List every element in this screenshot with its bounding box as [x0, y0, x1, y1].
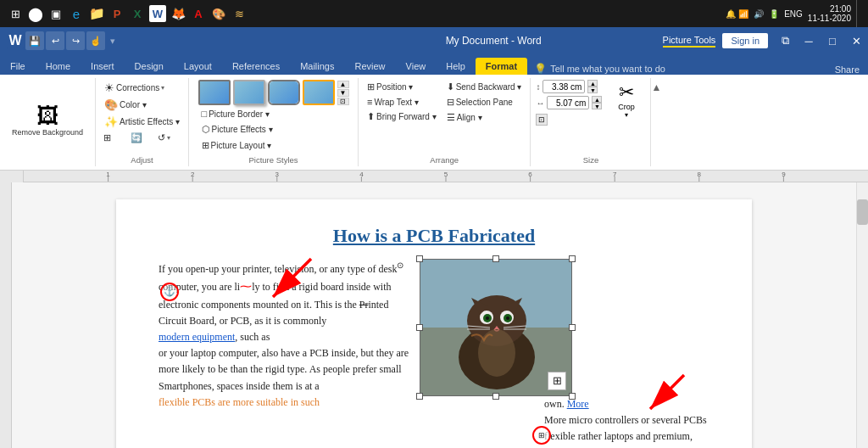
size-dialog-btn[interactable]: ⊡ [536, 114, 548, 126]
crop-label: Crop [618, 103, 635, 111]
handle-bl[interactable] [416, 393, 423, 400]
image-container[interactable]: ⊞ [420, 259, 572, 396]
touch-mode-btn[interactable]: ☝ [86, 31, 105, 50]
left-ruler [0, 182, 12, 448]
reset-picture-btn[interactable]: ↺ ▾ [155, 132, 181, 144]
handle-bm[interactable] [492, 393, 499, 400]
send-backward-btn[interactable]: ⬇ Send Backward ▾ [443, 80, 526, 94]
picture-layout-btn[interactable]: ⊞ Picture Layout ▾ [198, 138, 349, 153]
style-scroll-up[interactable]: ▲ [337, 81, 349, 88]
tab-insert[interactable]: Insert [81, 58, 125, 75]
explorer-icon[interactable]: 📁 [88, 5, 105, 22]
page-title: How is a PCB Fabricated [159, 225, 709, 247]
tab-review[interactable]: Review [345, 58, 396, 75]
tab-view[interactable]: View [396, 58, 437, 75]
handle-tl[interactable] [416, 255, 423, 262]
acrobat-icon[interactable]: A [190, 5, 207, 22]
style-thumb-4[interactable] [303, 80, 335, 105]
minimize-btn[interactable]: ─ [797, 27, 821, 54]
undo-quick-btn[interactable]: ↩ [46, 31, 64, 50]
height-input[interactable] [542, 80, 585, 93]
tab-file[interactable]: File [0, 58, 36, 75]
height-up-btn[interactable]: ▲ [587, 80, 598, 87]
word-icon[interactable]: W [149, 5, 166, 22]
width-input[interactable] [547, 96, 589, 109]
scroll-thumb[interactable] [857, 199, 868, 225]
picture-tools-section: Picture Tools [656, 27, 723, 54]
remove-background-btn[interactable]: 🖼 Remove Background [5, 101, 90, 140]
bring-forward-btn[interactable]: ⬆ Bring Forward ▾ [364, 109, 440, 124]
text-col-left: If you open-up your printer, television,… [159, 259, 413, 411]
restore-window-btn[interactable]: ⧉ [773, 27, 797, 54]
bring-forward-icon: ⬆ [367, 111, 375, 122]
position-btn[interactable]: ⊞ Position ▾ [364, 80, 440, 94]
tell-me-area[interactable]: 💡 Tell me what you want to do [527, 63, 826, 75]
excel-icon[interactable]: X [129, 5, 146, 22]
edge-icon[interactable]: e [68, 5, 85, 22]
picture-border-btn[interactable]: □ Picture Border ▾ [198, 107, 349, 120]
style-thumb-2[interactable] [233, 80, 265, 105]
tab-layout[interactable]: Layout [174, 58, 222, 75]
layout-badge-icon[interactable]: ⊞ [548, 372, 566, 390]
search-icon[interactable]: ⬤ [27, 5, 44, 22]
tab-help[interactable]: Help [436, 58, 476, 75]
handle-tm[interactable] [492, 255, 499, 262]
tab-references[interactable]: References [222, 58, 290, 75]
style-more-btn[interactable]: ⊡ [337, 98, 349, 105]
sign-in-button[interactable]: Sign in [722, 33, 768, 48]
arrange-col2: ⬇ Send Backward ▾ ⊟ Selection Pane ☰ Ali… [443, 80, 526, 153]
paint-icon[interactable]: 🎨 [210, 5, 227, 22]
superscript: ⊙ [397, 260, 403, 270]
doc-content[interactable]: How is a PCB Fabricated ⚓ [12, 182, 856, 448]
close-btn[interactable]: ✕ [844, 27, 868, 54]
taskbar-right: 🔔 📶 🔊 🔋 ENG 21:00 11-11-2020 [726, 0, 861, 27]
wrap-text-btn[interactable]: ≡ Wrap Text ▾ [364, 95, 440, 109]
tab-design[interactable]: Design [125, 58, 174, 75]
selection-pane-label: Selection Pane [456, 98, 513, 107]
ribbon-tabs: File Home Insert Design Layout Reference… [0, 54, 868, 75]
color-btn[interactable]: 🎨 Color ▾ [101, 97, 183, 113]
handle-mr[interactable] [569, 324, 576, 331]
handle-ml[interactable] [416, 324, 423, 331]
right-text-2: More micro controllers or several PCBs f… [544, 412, 709, 448]
other-icon[interactable]: ≋ [231, 5, 248, 22]
save-quick-btn[interactable]: 💾 [25, 31, 44, 50]
ribbon-collapse-btn[interactable]: ▲ [651, 78, 665, 166]
width-down-btn[interactable]: ▼ [592, 103, 602, 109]
style-scroll-down[interactable]: ▼ [337, 89, 349, 97]
compress-pictures-btn[interactable]: ⊞ [101, 132, 126, 144]
height-down-btn[interactable]: ▼ [587, 87, 598, 93]
align-btn[interactable]: ☰ Align ▾ [443, 110, 526, 125]
change-pic-icon: 🔄 [131, 132, 142, 143]
style-thumb-3[interactable] [268, 80, 300, 105]
firefox-icon[interactable]: 🦊 [170, 5, 186, 22]
scrollbar-right[interactable] [856, 182, 868, 448]
show-desktop-btn[interactable] [856, 0, 861, 27]
artistic-effects-btn[interactable]: ✨ Artistic Effects ▾ [101, 114, 183, 130]
redo-quick-btn[interactable]: ↪ [66, 31, 85, 50]
tab-mailings[interactable]: Mailings [290, 58, 344, 75]
handle-tr[interactable] [569, 255, 576, 262]
link-more[interactable]: More [567, 398, 589, 410]
group-adjust: ☀ Corrections ▾ 🎨 Color ▾ ✨ Artistic Eff… [96, 78, 189, 166]
selection-pane-icon: ⊟ [447, 97, 454, 108]
page-body: ⚓ If you open-up your printer, televisio… [159, 259, 709, 448]
powerpoint-icon[interactable]: P [108, 5, 125, 22]
maximize-btn[interactable]: □ [821, 27, 844, 54]
tab-format[interactable]: Format [476, 58, 527, 75]
change-picture-btn[interactable]: 🔄 [128, 132, 153, 144]
handle-br[interactable] [569, 393, 576, 400]
tab-home[interactable]: Home [36, 58, 81, 75]
start-icon[interactable]: ⊞ [7, 5, 24, 22]
crop-btn[interactable]: ✂ Crop ▾ [607, 80, 645, 122]
style-thumb-1[interactable] [198, 80, 231, 105]
picture-effects-btn[interactable]: ⬡ Picture Effects ▾ [198, 122, 349, 137]
width-up-btn[interactable]: ▲ [592, 96, 602, 103]
share-btn[interactable]: Share [826, 64, 868, 75]
link-modern-equipment[interactable]: modern equipment [159, 331, 235, 343]
task-view-icon[interactable]: ▣ [47, 5, 64, 22]
corrections-btn[interactable]: ☀ Corrections ▾ [101, 80, 183, 96]
selection-pane-btn[interactable]: ⊟ Selection Pane [443, 95, 526, 109]
volume-icon[interactable]: 🔊 [754, 9, 764, 19]
svg-point-31 [506, 316, 509, 320]
